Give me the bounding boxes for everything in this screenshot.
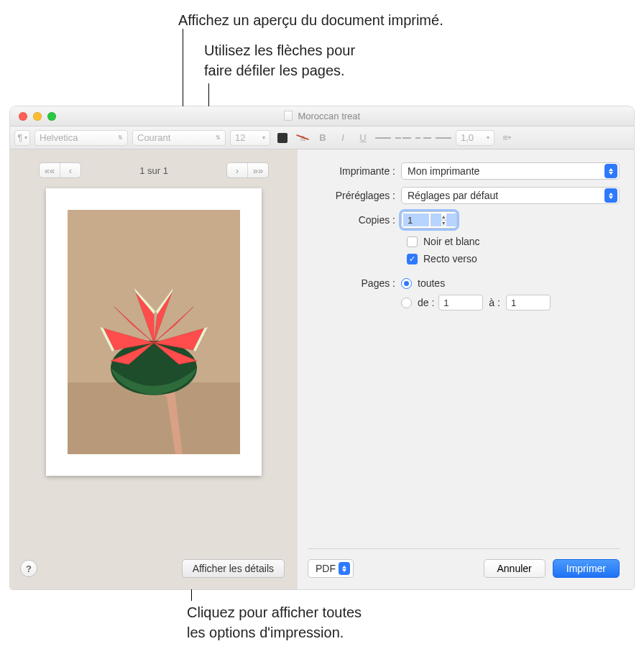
pages-from-label: de : — [418, 297, 434, 308]
next-page-button[interactable]: › — [227, 163, 247, 178]
first-page-button[interactable]: «« — [40, 163, 60, 178]
updown-icon — [604, 164, 617, 178]
duplex-label: Recto verso — [423, 253, 477, 264]
font-size-value: 12 — [235, 132, 245, 143]
align-left-icon[interactable] — [375, 130, 391, 146]
chevron-up-icon[interactable]: ▲ — [441, 213, 446, 220]
pages-all-label: toutes — [418, 277, 445, 289]
window-title: Moroccan treat — [298, 111, 360, 121]
print-sheet: «« ‹ 1 sur 1 › »» — [10, 149, 634, 589]
font-select[interactable]: Helvetica⇅ — [34, 130, 128, 146]
line-spacing-value: 1,0 — [461, 132, 474, 143]
presets-row: Préréglages : Réglages par défaut — [308, 187, 620, 204]
window-title-wrap: Moroccan treat — [10, 111, 634, 121]
app-window: Moroccan treat ¶ ▾ Helvetica⇅ Courant⇅ 1… — [10, 106, 634, 589]
pager-forward-group: › »» — [226, 162, 269, 178]
pages-from-input[interactable]: 1 — [438, 295, 483, 310]
close-icon[interactable] — [19, 112, 27, 121]
show-details-button[interactable]: Afficher les détails — [182, 559, 285, 578]
copies-input[interactable]: 1 ▲ ▼ — [401, 211, 457, 229]
chevron-down-icon[interactable]: ▼ — [441, 220, 446, 226]
printer-select-value: Mon imprimante — [408, 165, 479, 177]
copies-label: Copies : — [308, 214, 401, 226]
pages-all-radio[interactable] — [401, 278, 412, 289]
callout-arrows: Utilisez les flèches pour faire défiler … — [204, 40, 355, 80]
pages-all-row: Pages : toutes — [308, 277, 620, 289]
document-icon — [284, 111, 293, 121]
preview-pane: «« ‹ 1 sur 1 › »» — [10, 149, 298, 589]
pages-range-row: de : 1 à : 1 — [308, 295, 620, 310]
callout-details-line1: Cliquez pour afficher toutes — [187, 604, 362, 620]
print-options-pane: Imprimante : Mon imprimante Préréglages … — [298, 149, 634, 589]
updown-icon — [604, 188, 617, 203]
bw-label: Noir et blanc — [423, 236, 480, 247]
presets-label: Préréglages : — [308, 190, 401, 201]
underline-icon[interactable]: U — [355, 130, 371, 146]
dialog-footer: PDF Annuler Imprimer — [308, 548, 620, 578]
copies-value: 1 — [403, 213, 429, 226]
font-select-value: Helvetica — [40, 132, 78, 143]
duplex-row: ✓ Recto verso — [407, 253, 620, 264]
titlebar: Moroccan treat — [10, 106, 634, 126]
bw-row: Noir et blanc — [407, 236, 620, 247]
pages-to-input[interactable]: 1 — [506, 295, 551, 310]
minimize-icon[interactable] — [33, 112, 42, 121]
print-button[interactable]: Imprimer — [553, 559, 620, 578]
pages-label: Pages : — [308, 277, 401, 289]
cancel-button[interactable]: Annuler — [484, 559, 546, 578]
callout-arrows-line2: faire défiler les pages. — [204, 63, 345, 78]
help-button[interactable]: ? — [20, 560, 37, 577]
pager-back-group: «« ‹ — [39, 162, 81, 178]
preview-footer: ? Afficher les détails — [20, 559, 298, 578]
page-indicator: 1 sur 1 — [139, 165, 168, 176]
chevron-down-icon — [339, 562, 350, 575]
presets-select[interactable]: Réglages par défaut — [401, 187, 620, 204]
list-menu-icon[interactable]: ≡ ▾ — [499, 130, 515, 146]
duplex-checkbox[interactable]: ✓ — [407, 254, 418, 264]
font-style-value: Courant — [137, 132, 170, 143]
pages-range-radio[interactable] — [401, 298, 412, 308]
zoom-icon[interactable] — [47, 112, 56, 121]
bold-icon[interactable]: B — [315, 130, 331, 146]
format-toolbar: ¶ ▾ Helvetica⇅ Courant⇅ 12▾ a B I U 1,0▾… — [10, 126, 634, 149]
pages-to-label: à : — [489, 297, 500, 308]
prev-page-button[interactable]: ‹ — [60, 163, 80, 178]
paragraph-style-menu[interactable]: ¶ ▾ — [14, 130, 30, 146]
callout-details-line2: les options d'impression. — [187, 625, 344, 640]
printer-label: Imprimante : — [308, 165, 401, 177]
copies-stepper[interactable]: ▲ ▼ — [431, 213, 457, 226]
pdf-label: PDF — [316, 563, 336, 574]
text-color-icon[interactable] — [275, 130, 290, 146]
page-navigator: «« ‹ 1 sur 1 › »» — [39, 162, 269, 178]
line-spacing-select[interactable]: 1,0▾ — [456, 130, 494, 146]
align-justify-icon[interactable] — [436, 130, 451, 146]
font-size-select[interactable]: 12▾ — [230, 130, 270, 146]
preview-image — [68, 210, 240, 454]
traffic-lights — [10, 112, 56, 121]
italic-icon[interactable]: I — [335, 130, 351, 146]
align-center-icon[interactable] — [395, 130, 411, 146]
printer-select[interactable]: Mon imprimante — [401, 162, 620, 180]
callout-details: Cliquez pour afficher toutes les options… — [187, 602, 362, 643]
callout-arrows-line1: Utilisez les flèches pour — [204, 42, 355, 58]
callout-preview: Affichez un aperçu du document imprimé. — [178, 10, 443, 30]
pdf-menu-button[interactable]: PDF — [308, 559, 354, 578]
font-style-select[interactable]: Courant⇅ — [132, 130, 226, 146]
page-preview — [46, 188, 262, 476]
last-page-button[interactable]: »» — [247, 163, 268, 178]
clear-formatting-icon[interactable]: a — [295, 130, 310, 146]
printer-row: Imprimante : Mon imprimante — [308, 162, 620, 180]
copies-row: Copies : 1 ▲ ▼ — [308, 211, 620, 229]
align-right-icon[interactable] — [415, 130, 431, 146]
presets-select-value: Réglages par défaut — [408, 190, 498, 201]
bw-checkbox[interactable] — [407, 236, 418, 247]
